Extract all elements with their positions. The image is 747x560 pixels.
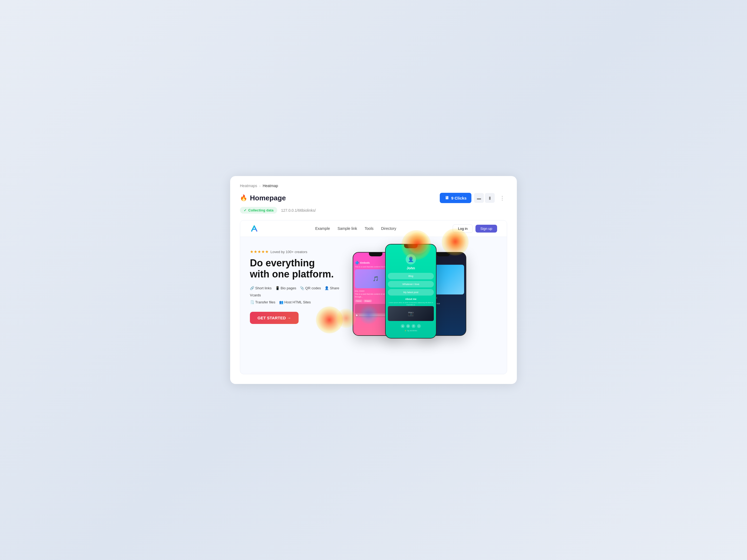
phone-btn-whatever: Whatever I love bbox=[388, 281, 434, 288]
hero-heading-line1: Do everything bbox=[250, 258, 315, 268]
flame-icon: 🔥 bbox=[240, 194, 247, 202]
clicks-button[interactable]: 🖥 9 Clicks bbox=[440, 193, 471, 203]
hero-heading-line2: with one platform. bbox=[250, 268, 334, 279]
phone-center-name: John bbox=[407, 266, 415, 270]
phone-center-inner: 👤 John Blog Whatever I love My latest po… bbox=[386, 250, 436, 339]
stars-row: ★★★★★ Loved by 100+ creators bbox=[250, 249, 353, 254]
tag-item: Teams bbox=[355, 300, 362, 302]
about-title: About me bbox=[388, 298, 434, 300]
cta-get-started-button[interactable]: GET STARTED → bbox=[250, 312, 299, 324]
nav-tools[interactable]: Tools bbox=[365, 226, 374, 231]
page-url: 127.0.0.1/66biolinks/ bbox=[281, 208, 316, 213]
site-nav: Example Sample link Tools Directory Log … bbox=[240, 220, 507, 237]
monitor-icon: 🖥 bbox=[445, 195, 449, 201]
page-title: Homepage bbox=[250, 194, 286, 202]
view-desktop-button[interactable]: ▬ bbox=[474, 193, 484, 203]
breadcrumb-current: Heatmap bbox=[263, 184, 278, 188]
phone-notch-center bbox=[404, 244, 418, 248]
feature-html-sites: 👥 Host HTML Sites bbox=[279, 300, 311, 304]
phone-btn-latest: My latest post bbox=[388, 289, 434, 296]
site-nav-buttons: Log in Sign up bbox=[453, 224, 497, 233]
camera-icon: 📷 bbox=[408, 311, 414, 316]
breadcrumb-parent[interactable]: Heatmaps bbox=[240, 184, 257, 188]
phone-center-btns: Blog Whatever I love My latest post bbox=[388, 273, 434, 296]
social-twitter: ✕ bbox=[412, 324, 415, 328]
phone-center-about: About me Lorem ipsum dolor sit amet cons… bbox=[388, 298, 434, 306]
cta-label: GET STARTED → bbox=[257, 316, 291, 320]
photo-strip: 📷 bbox=[388, 306, 434, 321]
site-hero: ★★★★★ Loved by 100+ creators Do everythi… bbox=[240, 237, 507, 341]
meta-row: ✓ Collecting data 127.0.0.1/66biolinks/ bbox=[240, 207, 507, 214]
about-text: Lorem ipsum dolor sit amet consectetur a… bbox=[388, 301, 434, 306]
site-nav-links: Example Sample link Tools Directory bbox=[315, 226, 396, 231]
heatmap-preview: Example Sample link Tools Directory Log … bbox=[240, 220, 507, 374]
nav-sample-link[interactable]: Sample link bbox=[337, 226, 357, 231]
more-icon: ⋮ bbox=[499, 195, 505, 201]
social-instagram: ◎ bbox=[406, 324, 410, 328]
play-icon: ▶ bbox=[356, 314, 358, 316]
breadcrumb-separator: › bbox=[259, 184, 260, 188]
tag-item: Widgets bbox=[363, 300, 372, 302]
loved-text: Loved by 100+ creators bbox=[271, 250, 307, 254]
feature-transfer: 🗒️ Transfer files bbox=[250, 300, 275, 304]
phone-notch-right bbox=[437, 252, 450, 256]
breadcrumb: Heatmaps › Heatmap bbox=[240, 184, 507, 188]
social-tiktok: ♪ bbox=[417, 324, 421, 328]
social-whatsapp: ● bbox=[401, 324, 405, 328]
nav-login-button[interactable]: Log in bbox=[453, 224, 472, 233]
nav-example[interactable]: Example bbox=[315, 226, 330, 231]
clicks-label: 9 Clicks bbox=[451, 196, 466, 201]
feature-short-links: 🔗 Short links bbox=[250, 286, 272, 290]
hero-left: ★★★★★ Loved by 100+ creators Do everythi… bbox=[250, 247, 353, 324]
view-mobile-button[interactable]: ▮ bbox=[485, 193, 495, 203]
collecting-label: Collecting data bbox=[248, 208, 274, 212]
header-actions: 🖥 9 Clicks ▬ ▮ ⋮ bbox=[440, 193, 507, 203]
desktop-icon: ▬ bbox=[477, 196, 481, 201]
hero-features: 🔗 Short links 📱 Bio pages 📎 QR codes 👤 S… bbox=[250, 285, 353, 306]
phone-btn-blog: Blog bbox=[388, 273, 434, 279]
page-title-row: 🔥 Homepage bbox=[240, 194, 286, 202]
nav-signup-button[interactable]: Sign up bbox=[475, 225, 497, 233]
phones-container: 🔷 Embeds This is a card that lets conten… bbox=[353, 244, 497, 341]
nav-directory[interactable]: Directory bbox=[381, 226, 396, 231]
phone-center-footer: ⚡ by aciolinks bbox=[404, 329, 417, 332]
main-card: Heatmaps › Heatmap 🔥 Homepage 🖥 9 Clicks… bbox=[230, 176, 517, 384]
phone-left-tag: Embeds bbox=[360, 262, 370, 264]
header-row: 🔥 Homepage 🖥 9 Clicks ▬ ▮ ⋮ bbox=[240, 193, 507, 203]
more-options-button[interactable]: ⋮ bbox=[497, 194, 507, 202]
feature-bio-pages: 📱 Bio pages bbox=[275, 286, 296, 290]
phone-center-avatar: 👤 bbox=[406, 254, 416, 264]
collecting-badge: ✓ Collecting data bbox=[240, 207, 277, 214]
phone-notch-left bbox=[369, 252, 382, 256]
phone-center: 👤 John Blog Whatever I love My latest po… bbox=[385, 244, 437, 339]
mobile-icon: ▮ bbox=[489, 195, 491, 201]
social-icons: ● ◎ ✕ ♪ bbox=[401, 324, 421, 328]
music-icon: 🎵 bbox=[373, 276, 379, 282]
view-toggle: ▬ ▮ bbox=[474, 193, 495, 203]
stars: ★★★★★ bbox=[250, 249, 269, 254]
check-icon: ✓ bbox=[244, 208, 247, 212]
hero-heading: Do everything with one platform. bbox=[250, 258, 353, 280]
site-logo bbox=[250, 224, 259, 233]
feature-qr-codes: 📎 QR codes bbox=[300, 286, 321, 290]
